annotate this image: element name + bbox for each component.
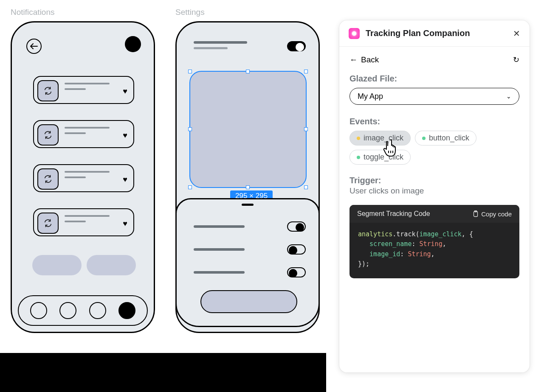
tab-item[interactable] (89, 302, 106, 319)
panel-header: Tracking Plan Companion ✕ (339, 20, 530, 47)
tab-bar (18, 295, 148, 326)
phone-notifications: ♥ ♥ ♥ ♥ (11, 21, 155, 333)
heart-icon[interactable]: ♥ (123, 87, 127, 96)
settings-row (194, 267, 306, 277)
back-arrow-icon: ← (350, 55, 358, 64)
code-box: Segment Tracking Code Copy code analytic… (350, 205, 519, 278)
refresh-icon (37, 80, 59, 101)
resize-handle[interactable] (188, 70, 192, 73)
chevron-down-icon: ⌄ (506, 93, 511, 100)
events-chips: image_clickbutton_clicktoggle_click (350, 131, 519, 165)
notification-item[interactable]: ♥ (33, 164, 134, 192)
row-toggle[interactable] (287, 244, 306, 255)
heart-icon[interactable]: ♥ (123, 175, 127, 184)
panel-title: Tracking Plan Companion (366, 28, 513, 38)
tab-item[interactable] (30, 302, 47, 319)
notifications-label: Notifications (11, 8, 55, 17)
refresh-icon (37, 124, 59, 146)
event-chip-image_click[interactable]: image_click (350, 131, 411, 146)
event-chip-toggle_click[interactable]: toggle_click (350, 150, 411, 165)
row-toggle[interactable] (287, 221, 306, 232)
notification-item[interactable]: ♥ (33, 120, 134, 148)
file-select-value: My App (358, 92, 383, 101)
code-body: analytics.track(image_click, { screen_na… (350, 223, 519, 278)
trigger-text: User clicks on image (350, 186, 519, 196)
file-select[interactable]: My App ⌄ (350, 88, 519, 105)
refresh-icon (37, 168, 59, 190)
status-dot-icon (357, 137, 360, 140)
bottom-sheet (175, 198, 320, 327)
action-pill[interactable] (32, 255, 82, 275)
copy-code-button[interactable]: Copy code (473, 210, 512, 218)
back-icon[interactable] (26, 39, 42, 54)
primary-button[interactable] (200, 290, 297, 313)
tab-item[interactable] (59, 302, 76, 319)
refresh-icon (37, 213, 59, 234)
notification-item[interactable]: ♥ (33, 208, 134, 236)
heart-icon[interactable]: ♥ (123, 219, 127, 228)
event-chip-button_click[interactable]: button_click (415, 131, 476, 146)
status-dot-icon (357, 156, 360, 159)
header-subline (194, 47, 228, 49)
settings-row (194, 244, 306, 255)
phone-settings: 295 × 295 (175, 21, 320, 333)
settings-row (194, 221, 306, 232)
header-line (194, 41, 247, 44)
trigger-label: Trigger: (350, 176, 519, 185)
back-label: Back (361, 55, 379, 64)
event-chip-label: toggle_click (364, 153, 403, 162)
resize-handle[interactable] (246, 185, 250, 189)
tab-item-active[interactable] (118, 302, 135, 319)
event-chip-label: button_click (429, 134, 469, 143)
events-label: Events: (350, 117, 519, 126)
file-label: Glazed File: (350, 74, 519, 84)
glazed-logo-icon (349, 28, 360, 39)
resize-handle[interactable] (304, 70, 308, 73)
avatar[interactable] (125, 36, 141, 52)
resize-handle[interactable] (188, 185, 192, 189)
resize-handle[interactable] (304, 127, 308, 131)
close-icon[interactable]: ✕ (513, 28, 520, 39)
copy-code-label: Copy code (481, 210, 512, 218)
code-title: Segment Tracking Code (357, 210, 430, 218)
back-button[interactable]: ← Back (350, 55, 379, 64)
action-pill[interactable] (87, 255, 136, 275)
resize-handle[interactable] (188, 127, 192, 131)
drag-handle[interactable] (242, 204, 254, 206)
heart-icon[interactable]: ♥ (123, 131, 127, 140)
companion-panel: Tracking Plan Companion ✕ ← Back ↻ Glaze… (339, 20, 530, 372)
status-dot-icon (422, 137, 426, 140)
refresh-icon[interactable]: ↻ (513, 55, 519, 64)
notification-item[interactable]: ♥ (33, 76, 134, 104)
event-chip-label: image_click (364, 134, 403, 143)
bottom-black-bar (0, 353, 326, 392)
svg-rect-0 (474, 212, 478, 217)
selected-image[interactable] (189, 71, 307, 188)
main-toggle[interactable] (287, 41, 306, 51)
settings-label: Settings (175, 8, 205, 17)
clipboard-icon (473, 210, 479, 217)
resize-handle[interactable] (246, 70, 250, 73)
resize-handle[interactable] (304, 185, 308, 189)
row-toggle[interactable] (287, 267, 306, 277)
